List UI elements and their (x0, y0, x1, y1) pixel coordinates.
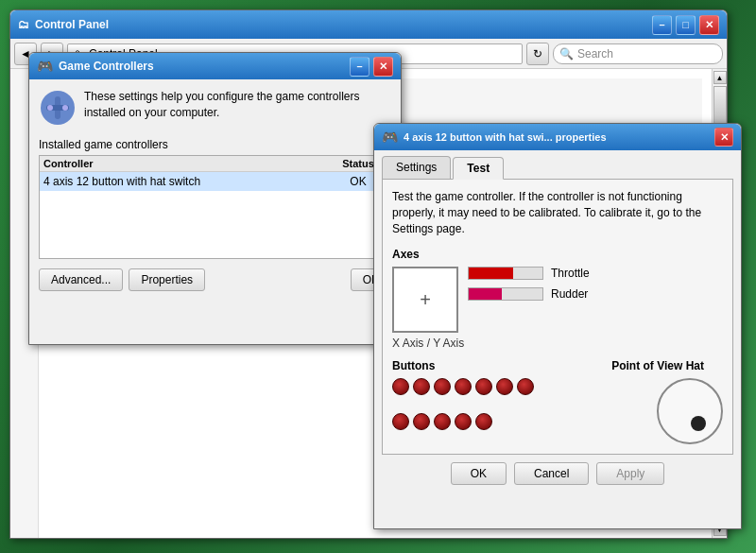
svg-point-50 (62, 105, 68, 111)
tab-settings[interactable]: Settings (382, 156, 451, 179)
properties-dialog: 🎮 4 axis 12 button with hat swi... prope… (373, 123, 742, 529)
game-button-11[interactable] (475, 413, 492, 430)
props-title-text: 4 axis 12 button with hat swi... propert… (404, 131, 607, 143)
pov-hat-section (657, 378, 723, 444)
controller-list-item-0[interactable]: 4 axis 12 button with hat switch OK (40, 172, 390, 191)
game-ctrl-title-icon: 🎮 (37, 59, 53, 74)
explorer-close-button[interactable]: ✕ (699, 15, 719, 35)
axes-content: + Throttle Rudder (392, 267, 723, 333)
game-button-8[interactable] (413, 413, 430, 430)
rudder-bar (469, 288, 502, 300)
buttons-grid (392, 378, 543, 444)
game-button-4[interactable] (475, 378, 492, 395)
list-header: Controller Status (40, 156, 390, 172)
rudder-row: Rudder (468, 287, 723, 301)
game-ctrl-header: These settings help you configure the ga… (39, 89, 391, 127)
props-titlebar: 🎮 4 axis 12 button with hat swi... prope… (374, 124, 741, 150)
svg-rect-51 (55, 96, 60, 119)
scroll-up-button[interactable]: ▲ (713, 71, 727, 84)
axes-section: Axes + Throttle (392, 248, 723, 350)
game-ctrl-window-controls: – ✕ (350, 57, 393, 77)
rudder-label: Rudder (551, 287, 588, 301)
buttons-content (392, 378, 723, 444)
game-button-7[interactable] (392, 413, 409, 430)
buttons-section: Buttons Point of View Hat (392, 359, 723, 444)
pov-circle (657, 378, 723, 444)
list-header-controller: Controller (43, 158, 330, 169)
pov-dot (691, 416, 706, 431)
xy-axis-label: X Axis / Y Axis (392, 337, 723, 350)
game-ctrl-title-text: Game Controllers (59, 60, 154, 73)
search-box[interactable]: 🔍 Search (553, 43, 723, 64)
tabs-bar: Settings Test (374, 150, 741, 179)
svg-point-49 (47, 105, 53, 111)
props-footer: OK Cancel Apply (374, 455, 741, 493)
search-icon: 🔍 (559, 47, 574, 60)
game-button-2[interactable] (434, 378, 451, 395)
controller-name-0: 4 axis 12 button with hat switch (43, 175, 330, 188)
game-button-9[interactable] (434, 413, 451, 430)
throttle-bar (469, 268, 513, 279)
buttons-section-label: Buttons (392, 359, 435, 372)
game-ctrl-bottom-buttons: Advanced... Properties (39, 268, 205, 291)
game-button-10[interactable] (455, 413, 472, 430)
game-button-5[interactable] (496, 378, 513, 395)
explorer-title: Control Panel (35, 18, 109, 31)
game-controllers-dialog: 🎮 Game Controllers – ✕ These settings he… (28, 52, 402, 345)
crosshair-icon: + (420, 289, 431, 311)
properties-button[interactable]: Properties (129, 268, 205, 291)
props-ok-button[interactable]: OK (451, 462, 507, 485)
game-ctrl-header-icon (39, 89, 77, 127)
test-description: Test the game controller. If the control… (392, 189, 723, 236)
explorer-maximize-button[interactable]: □ (676, 15, 696, 35)
game-ctrl-buttons-row: Advanced... Properties OK (39, 268, 391, 291)
tab-test[interactable]: Test (453, 157, 504, 180)
pov-section-label: Point of View Hat (611, 359, 704, 372)
search-placeholder: Search (577, 47, 613, 60)
scroll-thumb[interactable] (713, 86, 727, 124)
explorer-window-icon: 🗂 (18, 18, 29, 31)
props-close-button[interactable]: ✕ (714, 128, 733, 147)
props-cancel-button[interactable]: Cancel (514, 462, 589, 485)
xy-axis-box: + (392, 267, 458, 333)
game-ctrl-body: These settings help you configure the ga… (29, 79, 401, 301)
tab-content: Test the game controller. If the control… (382, 179, 733, 455)
explorer-window-controls: – □ ✕ (652, 15, 719, 35)
axes-indicators: Throttle Rudder (468, 267, 723, 301)
game-ctrl-minimize-button[interactable]: – (350, 57, 369, 77)
advanced-button[interactable]: Advanced... (39, 268, 123, 291)
throttle-bar-container (468, 267, 543, 280)
explorer-minimize-button[interactable]: – (652, 15, 672, 35)
game-button-1[interactable] (413, 378, 430, 395)
refresh-button[interactable]: ↻ (526, 43, 549, 65)
game-button-6[interactable] (517, 378, 534, 395)
throttle-row: Throttle (468, 267, 723, 280)
game-ctrl-close-button[interactable]: ✕ (373, 57, 393, 77)
axes-label: Axes (392, 248, 723, 261)
props-apply-button[interactable]: Apply (596, 462, 664, 485)
throttle-label: Throttle (551, 267, 590, 280)
game-ctrl-header-text: These settings help you configure the ga… (84, 89, 391, 121)
game-button-0[interactable] (392, 378, 409, 395)
installed-label: Installed game controllers (39, 138, 391, 151)
rudder-bar-container (468, 287, 543, 301)
props-title-icon: 🎮 (382, 130, 398, 145)
game-ctrl-titlebar: 🎮 Game Controllers – ✕ (29, 53, 401, 79)
explorer-titlebar: 🗂 Control Panel – □ ✕ (10, 10, 727, 39)
controllers-list: Controller Status 4 axis 12 button with … (39, 155, 391, 259)
game-button-3[interactable] (455, 378, 472, 395)
